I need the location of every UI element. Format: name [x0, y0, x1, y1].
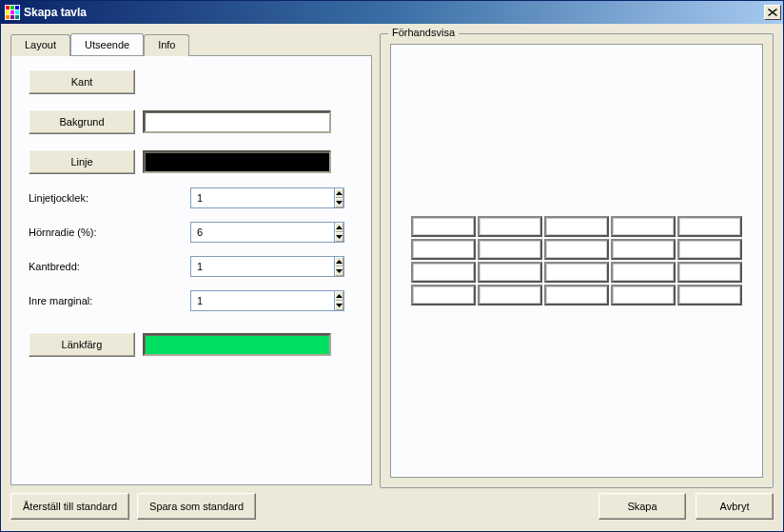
preview-cell	[677, 239, 742, 260]
preview-cell	[611, 262, 676, 283]
window: Skapa tavla Layout Utseende Info Kant Ba…	[0, 0, 784, 532]
create-button[interactable]: Skapa	[598, 493, 686, 520]
linjetjocklek-up[interactable]	[335, 188, 343, 198]
hornradie-spinner	[190, 222, 341, 243]
inremarginal-input[interactable]	[190, 290, 334, 311]
footer-buttons: Återställ till standard Spara som standa…	[10, 493, 774, 520]
close-button[interactable]	[764, 5, 781, 20]
linjetjocklek-label: Linjetjocklek:	[29, 192, 190, 204]
preview-cell	[544, 262, 609, 283]
kantbredd-down[interactable]	[335, 266, 343, 276]
kant-button[interactable]: Kant	[29, 69, 135, 94]
linjetjocklek-input[interactable]	[190, 187, 334, 208]
inremarginal-down[interactable]	[335, 301, 343, 310]
kantbredd-input[interactable]	[190, 256, 334, 277]
lankfarg-button[interactable]: Länkfärg	[29, 332, 135, 357]
preview-cell	[544, 239, 609, 260]
tab-strip: Layout Utseende Info	[10, 33, 372, 55]
bakgrund-button[interactable]: Bakgrund	[29, 109, 135, 134]
save-standard-button[interactable]: Spara som standard	[137, 493, 256, 520]
preview-cell	[411, 216, 476, 237]
linje-button[interactable]: Linje	[29, 149, 135, 174]
titlebar: Skapa tavla	[1, 1, 783, 24]
kantbredd-spinner	[190, 256, 341, 277]
app-icon	[5, 5, 20, 20]
preview-canvas	[390, 44, 763, 478]
linjetjocklek-spinner	[190, 187, 341, 208]
inremarginal-spinner	[190, 290, 341, 311]
inremarginal-label: Inre marginal:	[29, 295, 190, 306]
preview-cell	[611, 239, 676, 260]
linje-color-swatch[interactable]	[143, 150, 331, 173]
tab-layout[interactable]: Layout	[10, 34, 70, 56]
tab-body: Kant Bakgrund Linje Linjetjocklek:	[10, 55, 372, 485]
tab-info[interactable]: Info	[144, 34, 189, 56]
kantbredd-label: Kantbredd:	[29, 261, 190, 272]
preview-cell	[611, 285, 676, 305]
preview-cell	[677, 285, 742, 305]
lankfarg-color-swatch[interactable]	[143, 333, 331, 356]
tab-utseende[interactable]: Utseende	[70, 33, 144, 55]
preview-cell	[544, 285, 609, 305]
window-title: Skapa tavla	[24, 6, 764, 19]
preview-grid	[411, 216, 742, 305]
kantbredd-up[interactable]	[335, 257, 343, 266]
preview-legend: Förhandsvisa	[388, 27, 459, 38]
preview-cell	[411, 285, 476, 305]
preview-cell	[611, 216, 676, 237]
preview-cell	[478, 285, 542, 305]
hornradie-input[interactable]	[190, 222, 334, 243]
preview-cell	[544, 216, 609, 237]
hornradie-down[interactable]	[335, 232, 343, 242]
preview-cell	[677, 216, 742, 237]
settings-panel: Layout Utseende Info Kant Bakgrund Linje	[10, 33, 372, 488]
hornradie-label: Hörnradie (%):	[29, 227, 190, 238]
linjetjocklek-down[interactable]	[335, 198, 343, 207]
preview-cell	[478, 216, 542, 237]
content-area: Layout Utseende Info Kant Bakgrund Linje	[1, 24, 783, 531]
hornradie-up[interactable]	[335, 223, 343, 232]
preview-cell	[478, 262, 542, 283]
bakgrund-color-swatch[interactable]	[143, 110, 331, 133]
preview-cell	[677, 262, 742, 283]
inremarginal-up[interactable]	[335, 291, 343, 301]
cancel-button[interactable]: Avbryt	[696, 493, 774, 520]
preview-cell	[478, 239, 542, 260]
reset-button[interactable]: Återställ till standard	[10, 493, 129, 520]
preview-fieldset: Förhandsvisa	[380, 33, 774, 488]
preview-cell	[411, 239, 476, 260]
preview-cell	[411, 262, 476, 283]
